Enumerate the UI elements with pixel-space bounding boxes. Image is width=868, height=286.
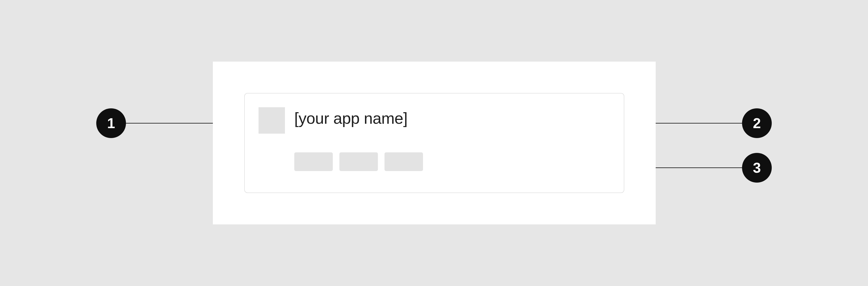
diagram-card: [your app name] <box>213 62 656 224</box>
callout-badge-3: 3 <box>742 153 772 183</box>
callout-badge-1-number: 1 <box>107 115 115 131</box>
app-card-frame: [your app name] <box>244 93 624 193</box>
callout-badge-3-number: 3 <box>753 159 761 176</box>
callout-badge-1: 1 <box>96 108 126 138</box>
callout-badge-2-number: 2 <box>753 115 761 131</box>
chip-placeholder <box>294 152 333 171</box>
chip-row <box>294 152 423 171</box>
callout-badge-2: 2 <box>742 108 772 138</box>
app-name-label: [your app name] <box>294 109 408 127</box>
chip-placeholder <box>339 152 378 171</box>
app-icon-placeholder <box>258 107 285 134</box>
chip-placeholder <box>384 152 423 171</box>
